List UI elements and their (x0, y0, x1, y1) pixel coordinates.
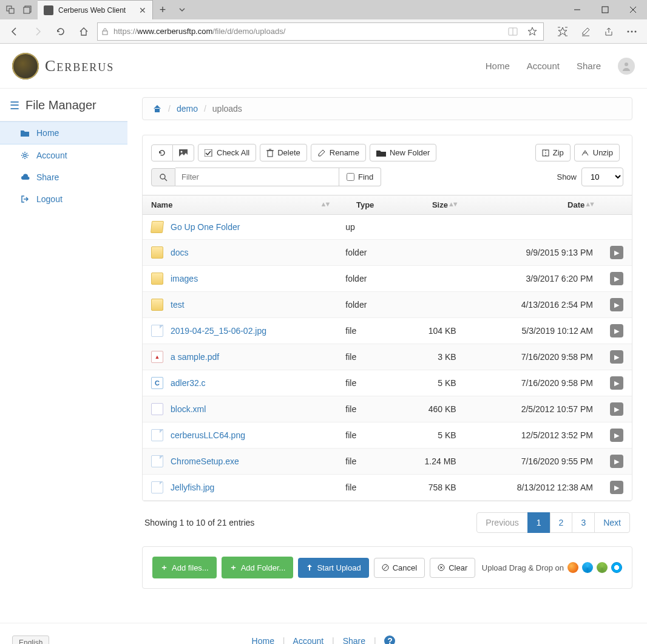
favorites-hub-icon[interactable] (552, 22, 573, 41)
file-link[interactable]: Go Up One Folder (171, 222, 240, 232)
window-collapse-icon[interactable] (4, 3, 17, 16)
row-action-button[interactable]: ▶ (610, 429, 623, 442)
sidebar-item-home[interactable]: Home (0, 121, 127, 144)
share-browser-icon[interactable] (598, 22, 619, 41)
refresh-list-button[interactable] (151, 144, 173, 161)
notes-icon[interactable] (575, 22, 596, 41)
new-tab-button[interactable]: + (153, 0, 172, 19)
row-action-button[interactable]: ▶ (610, 455, 623, 468)
cell-type: file (337, 422, 393, 449)
row-action-button[interactable]: ▶ (610, 350, 623, 364)
page-1[interactable]: 1 (527, 512, 550, 533)
minimize-button[interactable] (563, 0, 591, 19)
main-content: / demo / uploads Check All Delete Rename (127, 89, 647, 623)
file-link[interactable]: docs (171, 248, 189, 257)
brand-logo[interactable]: Cerberus (12, 53, 114, 80)
add-folder-button[interactable]: ＋Add Folder... (222, 557, 294, 578)
browser-navbar: https://www.cerberusftp.com/file/d/demo/… (0, 19, 647, 44)
table-row: cerberusLLC64.pngfile5 KB12/5/2012 3:52 … (143, 422, 632, 449)
col-size[interactable]: Size ▲▼ (393, 195, 465, 215)
file-link[interactable]: a sample.pdf (171, 352, 219, 362)
cancel-upload-button[interactable]: Cancel (374, 558, 425, 578)
table-row: ChromeSetup.exefile1.24 MB7/16/2020 9:55… (143, 449, 632, 475)
footer-share[interactable]: Share (343, 636, 365, 644)
svg-line-32 (384, 566, 387, 569)
col-date[interactable]: Date ▲▼ (465, 195, 601, 215)
cell-date: 7/16/2020 9:58 PM (465, 370, 601, 396)
page-2[interactable]: 2 (550, 512, 573, 533)
language-button[interactable]: English (12, 636, 49, 644)
cell-type: file (337, 396, 393, 422)
file-link[interactable]: cerberusLLC64.png (171, 430, 245, 440)
sidebar-item-share[interactable]: Share (0, 166, 127, 188)
pagination: Previous 1 2 3 Next (476, 512, 630, 533)
c-icon: C (151, 377, 163, 389)
find-checkbox[interactable] (347, 173, 354, 181)
delete-button[interactable]: Delete (260, 144, 307, 161)
zip-button[interactable]: Zip (535, 144, 571, 161)
row-action-button[interactable]: ▶ (610, 324, 623, 337)
reading-mode-icon[interactable] (506, 27, 520, 36)
page-previous[interactable]: Previous (476, 512, 527, 533)
footer-account[interactable]: Account (293, 636, 324, 644)
file-link[interactable]: ChromeSetup.exe (171, 456, 239, 466)
address-bar[interactable]: https://www.cerberusftp.com/file/d/demo/… (97, 22, 544, 41)
row-action-button[interactable]: ▶ (610, 402, 623, 416)
col-type[interactable]: Type (337, 195, 393, 215)
clear-upload-button[interactable]: Clear (430, 558, 475, 578)
more-icon[interactable] (622, 22, 642, 41)
col-name[interactable]: Name▲▼ (143, 195, 337, 215)
favorite-icon[interactable] (525, 27, 540, 36)
file-link[interactable]: adler32.c (171, 378, 206, 388)
page-3[interactable]: 3 (572, 512, 595, 533)
sidebar-title: ☰ File Manager (0, 95, 127, 121)
folder-icon (151, 246, 163, 259)
row-action-button[interactable]: ▶ (610, 298, 623, 311)
filter-input[interactable] (175, 168, 339, 186)
page-next[interactable]: Next (594, 512, 630, 533)
file-link[interactable]: block.xml (171, 404, 206, 414)
sidebar-item-logout[interactable]: Logout (0, 188, 127, 210)
table-row: docsfolder9/9/2015 9:13 PM▶ (143, 240, 632, 266)
row-action-button[interactable]: ▶ (610, 376, 623, 390)
close-window-button[interactable] (619, 0, 647, 19)
nav-account[interactable]: Account (527, 61, 560, 71)
row-action-button[interactable]: ▶ (610, 481, 623, 494)
unzip-button[interactable]: Unzip (574, 144, 620, 161)
nav-share[interactable]: Share (577, 61, 601, 71)
tab-close-icon[interactable]: ✕ (139, 5, 146, 15)
file-link[interactable]: test (171, 300, 185, 310)
window-restore-icon[interactable] (21, 3, 34, 16)
footer-help-icon[interactable]: ? (384, 636, 395, 644)
start-upload-button[interactable]: Start Upload (298, 558, 368, 578)
brand-name: Cerberus (45, 57, 114, 75)
footer-home[interactable]: Home (252, 636, 274, 644)
show-select[interactable]: 10 (581, 168, 623, 186)
row-action-button[interactable]: ▶ (610, 246, 623, 259)
file-link[interactable]: 2019-04-25_15-06-02.jpg (171, 326, 266, 336)
file-link[interactable]: Jellyfish.jpg (171, 483, 214, 492)
file-icon (151, 429, 163, 441)
maximize-button[interactable] (591, 0, 619, 19)
add-files-button[interactable]: ＋Add files... (152, 557, 217, 578)
rename-button[interactable]: Rename (311, 144, 366, 161)
breadcrumb-demo[interactable]: demo (177, 104, 198, 114)
nav-home[interactable]: Home (486, 61, 510, 71)
sidebar-item-account[interactable]: Account (0, 144, 127, 166)
new-folder-button[interactable]: New Folder (370, 144, 436, 161)
hamburger-icon[interactable]: ☰ (10, 99, 19, 112)
file-link[interactable]: images (171, 274, 198, 283)
gallery-button[interactable] (172, 144, 194, 161)
refresh-button[interactable] (51, 22, 70, 41)
find-button[interactable]: Find (339, 168, 381, 186)
browser-tab[interactable]: Cerberus Web Client ✕ (38, 0, 153, 19)
tab-title: Cerberus Web Client (58, 6, 134, 15)
tabs-chevron-icon[interactable] (172, 0, 192, 19)
home-button[interactable] (74, 22, 93, 41)
user-avatar-icon[interactable] (618, 58, 635, 75)
forward-button[interactable] (28, 22, 47, 41)
back-button[interactable] (5, 22, 24, 41)
check-all-button[interactable]: Check All (198, 144, 256, 161)
row-action-button[interactable]: ▶ (610, 272, 623, 285)
breadcrumb-home-icon[interactable] (152, 104, 162, 114)
